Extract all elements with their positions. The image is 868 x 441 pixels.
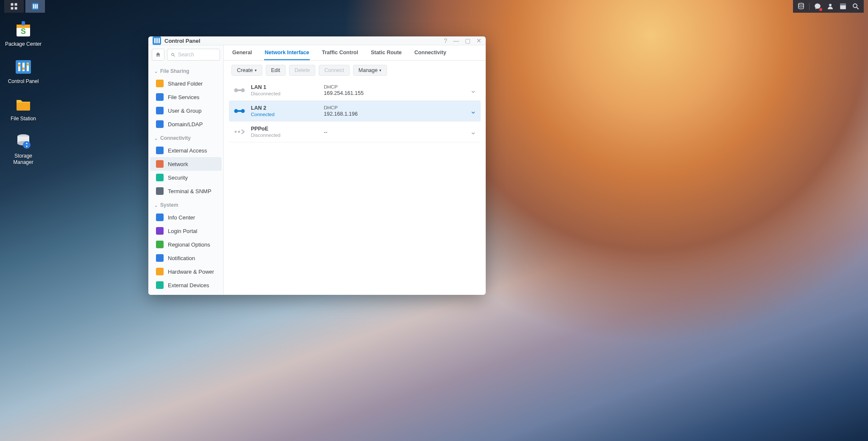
- sidebar-item[interactable]: Hardware & Power: [150, 265, 222, 278]
- search-field[interactable]: [167, 49, 220, 61]
- svg-rect-30: [154, 38, 156, 43]
- connect-button[interactable]: Connect: [319, 65, 350, 76]
- sidebar-section-header[interactable]: ⌄System: [148, 198, 223, 211]
- sidebar-item-icon: [156, 174, 164, 181]
- desktop-icon-label: Storage Manager: [4, 153, 42, 166]
- sidebar-item-icon: [156, 107, 164, 114]
- create-button[interactable]: Create▾: [231, 65, 262, 76]
- close-icon[interactable]: ✕: [476, 38, 481, 44]
- taskbar-app-control-panel[interactable]: [25, 0, 45, 13]
- tray-separator: [809, 3, 810, 10]
- svg-point-12: [853, 4, 857, 8]
- svg-rect-46: [157, 255, 162, 261]
- sidebar-item[interactable]: Notification: [150, 251, 222, 265]
- desktop-icon-file-station[interactable]: File Station: [4, 95, 42, 122]
- control-panel-window: Control Panel ? — ▢ ✕: [148, 36, 486, 295]
- tab[interactable]: Static Route: [370, 45, 403, 60]
- svg-rect-16: [22, 21, 25, 25]
- sidebar-item[interactable]: External Access: [150, 144, 222, 157]
- edit-button[interactable]: Edit: [266, 65, 286, 76]
- sidebar-item[interactable]: Terminal & SNMP: [150, 184, 222, 198]
- sidebar-item[interactable]: Security: [150, 171, 222, 184]
- sidebar-item-label: External Access: [168, 147, 207, 154]
- svg-rect-31: [156, 38, 158, 43]
- desktop-icon-label: Control Panel: [8, 78, 39, 85]
- tab[interactable]: Network Interface: [264, 45, 310, 60]
- package-icon: S: [14, 20, 33, 39]
- svg-point-51: [241, 89, 245, 92]
- desktop-icon-package-center[interactable]: S Package Center: [4, 20, 42, 47]
- sidebar-item[interactable]: Shared Folder: [150, 77, 222, 90]
- interface-address: 192.168.1.196: [324, 111, 470, 117]
- sidebar-item-icon: [156, 147, 164, 154]
- desktop-icon-control-panel[interactable]: Control Panel: [4, 58, 42, 85]
- tab[interactable]: Connectivity: [414, 45, 447, 60]
- svg-rect-36: [157, 94, 162, 100]
- sidebar-item-label: Terminal & SNMP: [168, 188, 211, 194]
- interface-row[interactable]: LAN 2ConnectedDHCP192.168.1.196⌄: [229, 101, 481, 122]
- widgets-icon[interactable]: [837, 1, 849, 12]
- sidebar-item[interactable]: External Devices: [150, 278, 222, 292]
- interface-mode: DHCP: [324, 84, 470, 89]
- search-icon[interactable]: [850, 1, 861, 12]
- home-button[interactable]: [152, 49, 164, 61]
- sidebar-item[interactable]: Domain/LDAP: [150, 117, 222, 131]
- chevron-down-icon[interactable]: ⌄: [470, 127, 476, 136]
- sidebar-item[interactable]: User & Group: [150, 104, 222, 117]
- interface-row[interactable]: PPPoEDisconnected--⌄: [229, 122, 481, 142]
- search-icon: [171, 52, 175, 58]
- svg-rect-1: [15, 3, 17, 6]
- desktop-icon-storage-manager[interactable]: Storage Manager: [4, 132, 42, 166]
- sidebar-item[interactable]: Regional Options: [150, 238, 222, 251]
- svg-rect-39: [157, 148, 162, 153]
- chevron-down-icon: ⌄: [154, 203, 158, 208]
- sidebar-item[interactable]: Info Center: [150, 211, 222, 224]
- main-menu-button[interactable]: [4, 0, 24, 13]
- window-title: Control Panel: [164, 38, 444, 44]
- storage-icon[interactable]: [796, 1, 807, 12]
- svg-rect-0: [11, 3, 14, 6]
- delete-button[interactable]: Delete: [289, 65, 315, 76]
- user-icon[interactable]: [825, 1, 836, 12]
- taskbar-left: [4, 0, 45, 13]
- desktop-icon-label: Package Center: [5, 41, 42, 47]
- interface-mode: DHCP: [324, 105, 470, 110]
- nic-icon: [233, 84, 246, 97]
- sidebar-item-icon: [156, 281, 164, 289]
- search-input[interactable]: [178, 52, 216, 58]
- nic-icon: [233, 125, 246, 138]
- sidebar-item-label: File Services: [168, 94, 199, 100]
- tab[interactable]: Traffic Control: [321, 45, 359, 60]
- tab[interactable]: General: [231, 45, 253, 60]
- sidebar-item[interactable]: File Services: [150, 90, 222, 104]
- chevron-down-icon[interactable]: ⌄: [470, 86, 476, 95]
- sidebar-item-label: Regional Options: [168, 241, 210, 248]
- svg-rect-3: [15, 7, 17, 10]
- chevron-down-icon[interactable]: ⌄: [470, 106, 476, 116]
- desktop-icon-label: File Station: [11, 116, 36, 122]
- sidebar-item[interactable]: Network: [150, 157, 222, 171]
- control-panel-icon: [14, 58, 33, 76]
- sidebar-item-label: Shared Folder: [168, 80, 203, 87]
- svg-point-55: [235, 131, 237, 133]
- svg-point-28: [23, 141, 31, 149]
- window-titlebar[interactable]: Control Panel ? — ▢ ✕: [148, 36, 486, 45]
- help-icon[interactable]: ?: [444, 38, 447, 44]
- sidebar-section-header[interactable]: ⌄File Sharing: [148, 64, 223, 77]
- toolbar: Create▾ Edit Delete Connect Manage▾: [224, 61, 486, 80]
- svg-point-23: [22, 67, 25, 70]
- interface-address: 169.254.161.155: [324, 90, 470, 96]
- sidebar-item-label: External Devices: [168, 282, 209, 288]
- interface-status: Connected: [251, 112, 324, 117]
- sidebar-item[interactable]: Login Portal: [150, 224, 222, 238]
- sidebar-item-icon: [156, 80, 164, 87]
- maximize-icon[interactable]: ▢: [465, 38, 470, 44]
- minimize-icon[interactable]: —: [453, 38, 459, 44]
- sidebar-section-header[interactable]: ⌄Connectivity: [148, 131, 223, 144]
- svg-rect-47: [157, 269, 162, 274]
- chat-icon[interactable]: [812, 1, 823, 12]
- interface-row[interactable]: LAN 1DisconnectedDHCP169.254.161.155⌄: [229, 80, 481, 101]
- desktop-icons: S Package Center Control Panel File Stat…: [4, 20, 42, 166]
- manage-button[interactable]: Manage▾: [353, 65, 387, 76]
- svg-rect-42: [157, 189, 162, 194]
